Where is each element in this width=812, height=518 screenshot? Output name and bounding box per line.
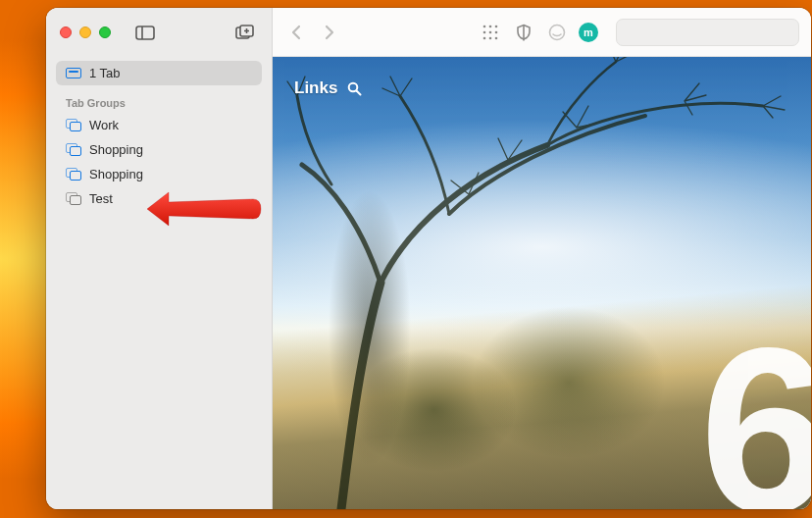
svg-point-11	[495, 30, 498, 33]
svg-point-9	[483, 30, 486, 33]
tab-group-label: Test	[89, 191, 113, 206]
tab-group-label: Shopping	[89, 142, 143, 157]
new-tab-group-button[interactable]	[232, 21, 258, 44]
minimize-window-button[interactable]	[79, 26, 91, 38]
svg-point-13	[489, 36, 492, 39]
zoom-window-button[interactable]	[99, 26, 111, 38]
tab-group-work[interactable]: Work	[56, 113, 262, 137]
search-icon	[347, 81, 362, 96]
svg-point-15	[550, 25, 565, 39]
svg-point-6	[483, 25, 486, 27]
tab-group-label: Shopping	[89, 167, 143, 181]
start-page-grid-icon[interactable]	[479, 21, 502, 44]
back-button[interactable]	[284, 21, 308, 44]
address-bar[interactable]	[616, 19, 799, 46]
tab-group-icon	[66, 143, 81, 156]
tab-group-icon	[66, 119, 81, 131]
sidebar-list: 1 Tab Tab Groups Work Shopping Shopping …	[46, 57, 272, 215]
tab-group-label: Work	[89, 118, 119, 132]
current-tabs-item[interactable]: 1 Tab	[56, 61, 262, 85]
window-controls	[60, 26, 111, 38]
top-toolbar: m	[273, 8, 811, 57]
website-settings-icon[interactable]	[545, 21, 569, 44]
toggle-sidebar-button[interactable]	[132, 21, 158, 44]
svg-point-14	[495, 36, 498, 39]
tab-icon	[66, 68, 81, 78]
forward-button[interactable]	[318, 21, 341, 44]
avatar-initial: m	[584, 26, 593, 38]
tab-group-shopping-2[interactable]: Shopping	[56, 162, 262, 186]
profile-avatar[interactable]: m	[579, 23, 598, 42]
start-page: Links 6	[273, 57, 811, 509]
tab-group-icon	[66, 168, 81, 181]
svg-point-10	[489, 30, 492, 33]
sidebar-toolbar	[46, 8, 272, 57]
svg-point-7	[489, 25, 492, 27]
tab-groups-header: Tab Groups	[56, 85, 262, 113]
svg-line-17	[357, 90, 361, 94]
background-numeral: 6	[700, 313, 811, 509]
safari-window: 1 Tab Tab Groups Work Shopping Shopping …	[46, 8, 811, 509]
tab-group-test[interactable]: Test	[56, 186, 262, 211]
close-window-button[interactable]	[60, 26, 72, 38]
tab-group-icon	[66, 192, 81, 205]
current-tabs-label: 1 Tab	[89, 66, 121, 80]
links-header[interactable]: Links	[294, 78, 362, 98]
svg-rect-0	[136, 26, 154, 39]
shield-privacy-icon[interactable]	[512, 21, 535, 44]
svg-point-8	[495, 25, 498, 27]
tab-group-shopping-1[interactable]: Shopping	[56, 137, 262, 162]
main-area: m	[273, 8, 811, 509]
links-label: Links	[294, 78, 337, 98]
sidebar: 1 Tab Tab Groups Work Shopping Shopping …	[46, 8, 273, 509]
svg-point-12	[483, 36, 486, 39]
